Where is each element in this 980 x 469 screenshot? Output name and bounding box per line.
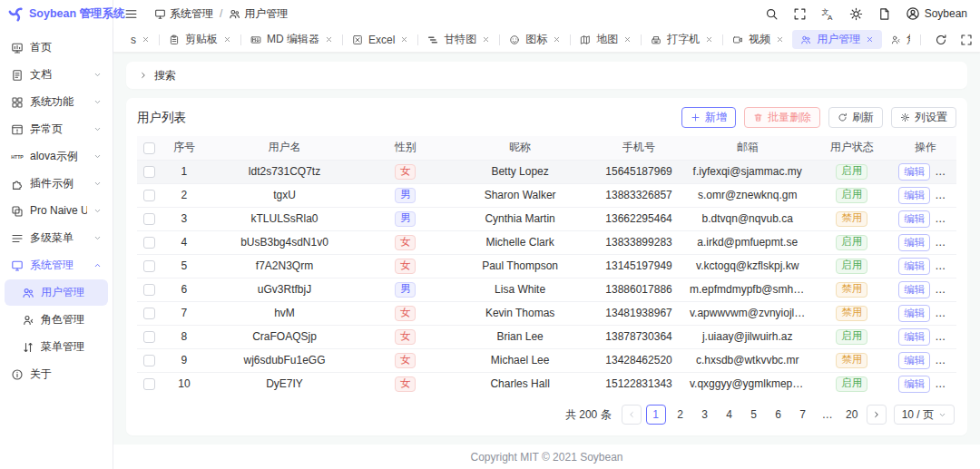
row-checkbox[interactable] [143,284,155,296]
sidebar-item-menu-manage[interactable]: 菜单管理 [5,334,108,360]
tab-md-editor[interactable]: MD 编辑器 [242,30,341,49]
edit-button[interactable]: 编辑 [898,328,930,346]
tab-divider [570,34,571,45]
select-all-checkbox[interactable] [143,142,155,154]
tab-gantt[interactable]: 甘特图 [419,30,498,49]
pagination-page-2[interactable]: 2 [671,405,691,425]
tab-close-icon[interactable] [705,35,713,44]
row-checkbox[interactable] [143,190,155,201]
row-checkbox[interactable] [143,355,155,366]
edit-button[interactable]: 编辑 [898,305,930,322]
breadcrumb-item-label: 用户管理 [244,6,288,22]
user-menu[interactable]: Soybean [906,6,967,21]
row-checkbox[interactable] [143,166,155,178]
row-checkbox[interactable] [143,378,155,390]
batch-delete-button[interactable]: 批量删除 [744,107,820,128]
breadcrumb-item-user-manage[interactable]: 用户管理 [229,6,288,22]
edit-button[interactable]: 编辑 [898,210,930,228]
cell-status: 启用 [808,183,895,207]
tab-close-icon[interactable] [866,35,874,44]
sidebar-item-docs[interactable]: 文档 [5,62,108,88]
sidebar-item-about[interactable]: 关于 [5,361,108,387]
tab-close-icon[interactable] [223,35,231,44]
sidebar-item-label: 关于 [30,366,102,382]
search-panel[interactable]: 搜索 [126,62,967,89]
edit-button[interactable]: 编辑 [898,187,930,204]
tab-refresh-icon[interactable] [935,34,947,46]
cell-index: 8 [162,325,207,348]
pagination-page-1[interactable]: 1 [646,405,666,425]
cell-nickname: Betty Lopez [448,160,592,183]
sidebar-item-plugin-demo[interactable]: 插件示例 [5,171,108,197]
tab-close-icon[interactable] [623,35,632,44]
row-checkbox[interactable] [143,308,155,319]
tab-close-icon[interactable] [142,35,150,44]
tab-icons[interactable]: 图标 [501,30,569,49]
edit-button[interactable]: 编辑 [898,163,930,181]
tab-close-icon[interactable] [400,35,408,44]
sidebar-item-label: 多级菜单 [30,230,87,246]
edit-button[interactable]: 编辑 [898,281,930,298]
edit-button[interactable]: 编辑 [898,376,930,393]
tab-map[interactable]: 地图 [572,30,640,49]
edit-button[interactable]: 编辑 [898,258,930,275]
pagination-next-button[interactable] [867,405,887,425]
refresh-button[interactable]: 刷新 [828,107,883,128]
sidebar-item-exception[interactable]: 异常页 [5,116,108,142]
chevron-up-icon [93,261,102,269]
tab-fullscreen-icon[interactable] [960,34,973,46]
row-checkbox[interactable] [143,213,155,225]
pagination-page-7[interactable]: 7 [793,405,813,425]
tab-clipboard[interactable]: 剪贴板 [161,30,240,49]
tab-close-icon[interactable] [553,35,561,44]
pagination-page-4[interactable]: 4 [720,405,740,425]
sidebar-collapse-icon[interactable] [124,7,138,21]
pagination-page-20[interactable]: 20 [842,405,862,425]
theme-icon[interactable] [849,7,863,21]
page-content: 搜索 用户列表 新增 批量删除 [113,53,980,445]
tab-close-icon[interactable] [325,35,333,44]
tab-close-icon[interactable] [482,35,490,44]
cell-email: v.kctogq@kzflskpj.kw [686,254,808,278]
add-button[interactable]: 新增 [681,107,736,128]
row-checkbox[interactable] [143,331,155,343]
tab-role-manage[interactable]: 角色管理 [882,30,910,49]
status-tag: 禁用 [836,211,867,227]
pagination-prev-button[interactable] [622,405,642,425]
plus-icon [691,112,701,122]
row-checkbox[interactable] [143,260,155,272]
tab-partial[interactable]: s [122,30,158,49]
sidebar-item-user-manage[interactable]: 用户管理 [5,279,108,306]
edit-button[interactable]: 编辑 [898,352,930,369]
breadcrumb-item-system-manage[interactable]: 系统管理 [154,6,213,22]
pagination-ellipsis[interactable]: … [818,405,838,425]
sidebar-item-multi-menu[interactable]: 多级菜单 [5,225,108,251]
pagination-page-5[interactable]: 5 [744,405,764,425]
sidebar-item-system-function[interactable]: 系统功能 [5,89,108,115]
sidebar-item-pro-naive-ui-demo[interactable]: Pro Naive UI 示例 [5,198,108,224]
row-checkbox[interactable] [143,237,155,249]
pagination-page-3[interactable]: 3 [695,405,715,425]
status-tag: 禁用 [836,353,867,368]
chevron-down-icon [938,411,946,419]
tab-close-icon[interactable] [776,35,784,44]
sidebar-item-alova-demo[interactable]: HTTPalova示例 [5,143,108,170]
search-icon[interactable] [765,7,779,21]
tab-excel[interactable]: Excel [344,30,416,49]
pagination-page-6[interactable]: 6 [769,405,789,425]
topbar: 系统管理/用户管理 文ASoybean [113,0,980,27]
app-logo[interactable]: Soybean 管理系统 [0,0,113,27]
language-icon[interactable]: 文A [821,7,835,21]
fullscreen-icon[interactable] [793,7,807,21]
sidebar-item-system-manage[interactable]: 系统管理 [5,252,108,278]
column-setting-button[interactable]: 列设置 [891,107,956,128]
plugin-icon [11,178,24,191]
tab-video[interactable]: 视频 [724,30,792,49]
theme-config-icon[interactable] [877,7,891,21]
tab-typewriter[interactable]: 打字机 [642,30,721,49]
tab-user-manage[interactable]: 用户管理 [792,30,882,49]
sidebar-item-home[interactable]: 首页 [5,34,108,61]
edit-button[interactable]: 编辑 [898,234,930,251]
sidebar-item-role-manage[interactable]: 角色管理 [5,307,108,333]
page-size-select[interactable]: 10 / 页 [894,405,955,425]
